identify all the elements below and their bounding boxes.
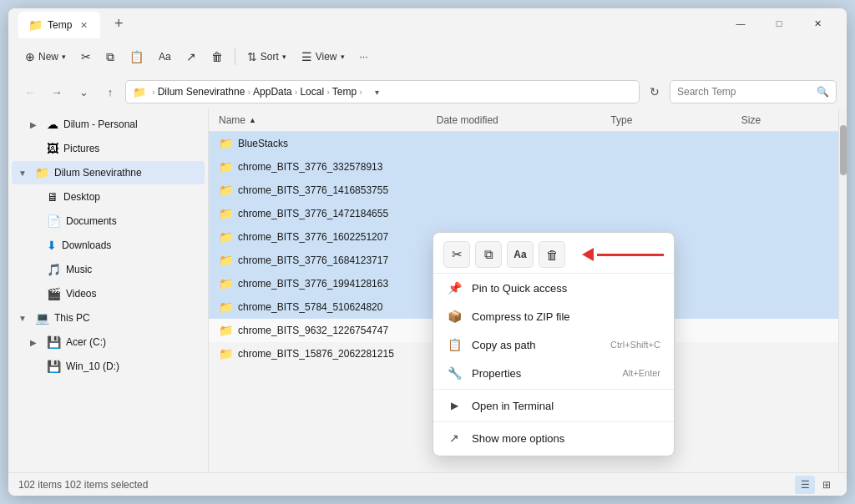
- tab-title: Temp: [48, 19, 72, 31]
- ctx-copy-path-shortcut: Ctrl+Shift+C: [610, 340, 660, 350]
- ctx-cut-button[interactable]: ✂: [443, 241, 470, 268]
- file-name: chrome_BITS_3776_1602251207: [238, 231, 388, 243]
- delete-button[interactable]: 🗑: [205, 43, 230, 70]
- list-view-button[interactable]: ☰: [795, 476, 815, 494]
- title-bar-left: 📁 Temp ✕ +: [18, 8, 721, 38]
- column-name[interactable]: Name ▲: [219, 114, 437, 126]
- maximize-button[interactable]: □: [760, 10, 798, 37]
- breadcrumb-sep-1: ›: [152, 87, 155, 97]
- sort-button[interactable]: ⇅ Sort ▾: [240, 43, 293, 70]
- ctx-compress-item[interactable]: 📦 Compress to ZIP file: [433, 302, 674, 330]
- sidebar-item-dilum-senevirathne[interactable]: ▼ 📁 Dilum Senevirathne: [12, 161, 205, 184]
- search-icon: 🔍: [817, 86, 829, 98]
- sidebar-item-music[interactable]: 🎵 Music: [12, 258, 205, 281]
- breadcrumb-appdata[interactable]: AppData: [253, 86, 292, 98]
- column-type[interactable]: Type: [610, 114, 741, 126]
- icon-downloads: ⬇: [47, 239, 57, 252]
- sidebar-item-desktop[interactable]: 🖥 Desktop: [12, 185, 205, 209]
- breadcrumb[interactable]: 📁 › Dilum Senevirathne › AppData › Local…: [125, 80, 640, 103]
- table-row[interactable]: 📁chrome_BITS_3776_1472184655: [209, 202, 838, 225]
- new-tab-button[interactable]: +: [107, 12, 130, 35]
- new-button[interactable]: ⊕ New ▾: [18, 43, 73, 70]
- copy-button[interactable]: ⧉: [99, 43, 121, 70]
- ctx-pin-item[interactable]: 📌 Pin to Quick access: [433, 274, 674, 302]
- label-videos: Videos: [66, 288, 96, 300]
- tab-folder-icon: 📁: [28, 18, 43, 32]
- ctx-terminal-item[interactable]: ▶ Open in Terminal: [433, 391, 674, 420]
- refresh-button[interactable]: ↻: [643, 80, 666, 103]
- view-button[interactable]: ☰ View ▾: [295, 43, 352, 70]
- ctx-compress-icon: 📦: [447, 310, 462, 323]
- folder-icon: 📁: [219, 324, 233, 337]
- cut-icon: ✂: [81, 50, 91, 63]
- ctx-delete-button[interactable]: 🗑: [539, 241, 565, 268]
- ctx-properties-item[interactable]: 🔧 Properties Alt+Enter: [433, 359, 674, 387]
- sidebar-item-acer[interactable]: ▶ 💾 Acer (C:): [12, 330, 205, 354]
- label-downloads: Downloads: [62, 239, 111, 251]
- breadcrumb-dropdown-button[interactable]: ▾: [368, 83, 387, 101]
- scrollbar[interactable]: [838, 108, 847, 472]
- sidebar-item-videos[interactable]: 🎬 Videos: [12, 282, 205, 305]
- breadcrumb-local[interactable]: Local: [300, 86, 324, 98]
- ctx-rename-button[interactable]: Aa: [507, 241, 534, 268]
- ctx-copy-path-icon: 📋: [447, 338, 462, 351]
- grid-view-button[interactable]: ⊞: [817, 476, 837, 494]
- ctx-copy-path-item[interactable]: 📋 Copy as path Ctrl+Shift+C: [433, 330, 674, 359]
- ctx-properties-label: Properties: [472, 367, 612, 380]
- main-content: ▶ ☁ Dilum - Personal 🖼 Pictures ▼ 📁 Dilu…: [8, 108, 847, 472]
- toolbar-separator: [235, 48, 235, 65]
- view-label: View: [316, 51, 337, 63]
- scrollbar-thumb[interactable]: [840, 125, 847, 175]
- label-acer: Acer (C:): [66, 336, 106, 348]
- arrow-head: [582, 248, 594, 261]
- sidebar-item-dilum-personal[interactable]: ▶ ☁ Dilum - Personal: [12, 113, 205, 136]
- table-row[interactable]: 📁chrome_BITS_3776_332578913: [209, 155, 838, 179]
- column-size[interactable]: Size: [741, 114, 828, 126]
- ctx-more-icon: ↗: [447, 431, 462, 445]
- breadcrumb-dilum[interactable]: Dilum Senevirathne: [158, 86, 245, 98]
- folder-icon: 📁: [219, 137, 233, 150]
- forward-button[interactable]: →: [45, 80, 68, 103]
- ctx-divider: [433, 389, 674, 390]
- close-button[interactable]: ✕: [798, 10, 837, 37]
- more-button[interactable]: ···: [353, 43, 375, 70]
- sidebar-item-documents[interactable]: 📄 Documents: [12, 209, 205, 233]
- search-box[interactable]: 🔍: [670, 80, 837, 103]
- ctx-terminal-label: Open in Terminal: [472, 400, 660, 412]
- breadcrumb-temp[interactable]: Temp: [332, 86, 357, 98]
- file-name: chrome_BITS_3776_1994128163: [238, 278, 388, 290]
- rename-button[interactable]: Aa: [152, 43, 178, 70]
- label-dilum-personal: Dilum - Personal: [63, 118, 138, 130]
- sidebar-item-pictures[interactable]: 🖼 Pictures: [12, 137, 205, 160]
- back-button[interactable]: ←: [18, 80, 42, 103]
- folder-icon: 📁: [219, 254, 233, 267]
- icon-this-pc: 💻: [35, 311, 49, 325]
- ctx-more-item[interactable]: ↗ Show more options: [433, 424, 674, 452]
- paste-button[interactable]: 📋: [123, 43, 150, 70]
- column-date[interactable]: Date modified: [437, 114, 611, 126]
- tab-close-button[interactable]: ✕: [77, 18, 90, 32]
- label-documents: Documents: [66, 215, 117, 227]
- file-name: chrome_BITS_3776_1472184655: [238, 208, 388, 219]
- table-row[interactable]: 📁BlueStacks: [209, 132, 838, 155]
- view-icon: ☰: [301, 50, 312, 63]
- sidebar-item-win10[interactable]: 💾 Win_10 (D:): [12, 355, 205, 378]
- breadcrumb-sep-5: ›: [359, 87, 362, 97]
- up-button[interactable]: ↑: [99, 80, 122, 103]
- ctx-cut-icon: ✂: [452, 247, 463, 262]
- status-text: 102 items 102 items selected: [18, 479, 148, 491]
- icon-acer: 💾: [47, 335, 61, 349]
- table-row[interactable]: 📁chrome_BITS_3776_1416853755: [209, 179, 838, 202]
- sort-label: Sort: [261, 51, 279, 63]
- sidebar-item-this-pc[interactable]: ▼ 💻 This PC: [12, 306, 205, 330]
- active-tab[interactable]: 📁 Temp ✕: [18, 12, 100, 38]
- ctx-copy-button[interactable]: ⧉: [475, 241, 502, 268]
- sidebar-item-downloads[interactable]: ⬇ Downloads: [12, 234, 205, 257]
- ctx-properties-icon: 🔧: [447, 366, 462, 380]
- search-input[interactable]: [677, 86, 813, 98]
- ctx-pin-label: Pin to Quick access: [472, 282, 660, 295]
- share-button[interactable]: ↗: [180, 43, 203, 70]
- recent-button[interactable]: ⌄: [72, 80, 95, 103]
- minimize-button[interactable]: —: [721, 10, 760, 37]
- cut-button[interactable]: ✂: [74, 43, 98, 70]
